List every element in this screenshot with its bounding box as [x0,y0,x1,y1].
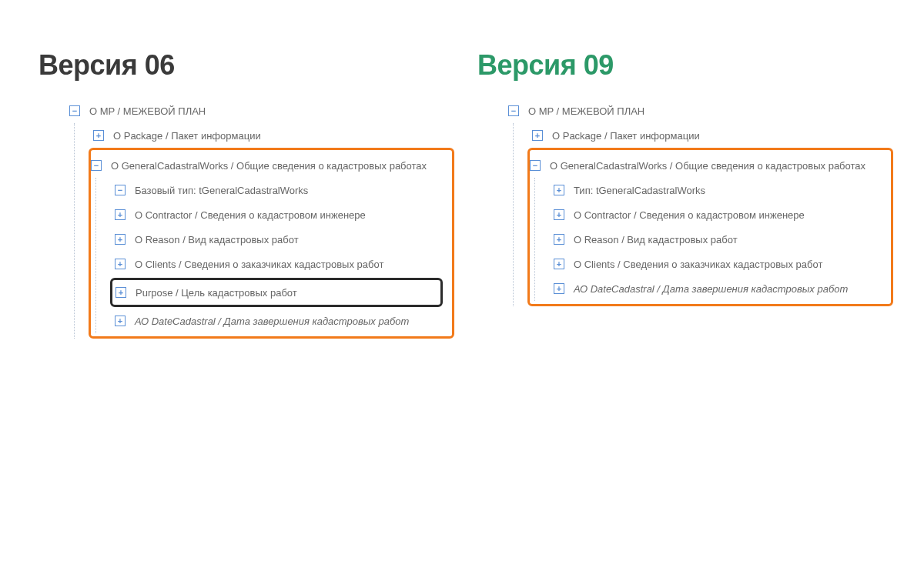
columns: Версия 06 − О MP / МЕЖЕВОЙ ПЛАН + О Pack… [38,49,886,339]
expand-icon[interactable]: + [532,130,543,141]
tree-node-reason[interactable]: + О Reason / Вид кадастровых работ [115,227,447,252]
tree-node-type[interactable]: − Базовый тип: tGeneralCadastralWorks [115,178,447,202]
expand-icon[interactable]: + [93,130,104,141]
expand-icon[interactable]: + [554,209,564,220]
collapse-icon[interactable]: − [69,105,80,116]
comparison-page: Версия 06 − О MP / МЕЖЕВОЙ ПЛАН + О Pack… [0,0,924,561]
tree-label: О Clients / Сведения о заказчиках кадаст… [574,259,822,270]
gcw-children: + Тип: tGeneralCadastralWorks + О Contra… [534,178,886,301]
tree-node-type[interactable]: + Тип: tGeneralCadastralWorks [554,178,886,202]
tree-node-contractor[interactable]: + О Contractor / Сведения о кадастровом … [554,202,886,227]
highlight-orange-right: − О GeneralCadastralWorks / Общие сведен… [527,148,893,306]
collapse-icon[interactable]: − [530,160,541,171]
tree-label: АО DateCadastral / Дата завершения кадас… [135,316,409,327]
tree-label: О Package / Пакет информации [113,130,261,142]
expand-icon[interactable]: + [115,316,126,326]
tree-label: О MP / МЕЖЕВОЙ ПЛАН [89,105,206,117]
collapse-icon[interactable]: − [115,185,126,195]
tree-label: О MP / МЕЖЕВОЙ ПЛАН [528,105,644,117]
root-children: + О Package / Пакет информации − О Gener… [74,123,454,339]
expand-icon[interactable]: + [554,259,564,269]
tree-node-gcw[interactable]: − О GeneralCadastralWorks / Общие сведен… [530,153,886,178]
tree-label: Тип: tGeneralCadastralWorks [574,185,705,196]
expand-icon[interactable]: + [115,209,126,220]
tree-left: − О MP / МЕЖЕВОЙ ПЛАН + О Package / Паке… [38,99,454,339]
heading-right: Версия 09 [477,49,893,82]
expand-icon[interactable]: + [115,259,126,269]
tree-label: О Reason / Вид кадастровых работ [574,234,738,245]
tree-node-package[interactable]: + О Package / Пакет информации [532,123,893,148]
tree-label: О GeneralCadastralWorks / Общие сведения… [550,160,865,172]
root-children: + О Package / Пакет информации − О Gener… [513,123,893,306]
expand-icon[interactable]: + [116,287,126,298]
heading-left: Версия 06 [38,49,454,82]
collapse-icon[interactable]: − [91,160,102,171]
tree-label: Purpose / Цель кадастровых работ [136,287,297,299]
tree-root[interactable]: − О MP / МЕЖЕВОЙ ПЛАН [508,99,893,123]
tree-label: О Package / Пакет информации [552,130,700,142]
tree-label: АО DateCadastral / Дата завершения кадас… [574,283,848,295]
tree-root[interactable]: − О MP / МЕЖЕВОЙ ПЛАН [69,99,454,123]
column-right: Версия 09 − О MP / МЕЖЕВОЙ ПЛАН + О Pack… [477,49,893,339]
tree-right: − О MP / МЕЖЕВОЙ ПЛАН + О Package / Паке… [477,99,893,306]
expand-icon[interactable]: + [554,283,564,294]
expand-icon[interactable]: + [115,234,126,245]
collapse-icon[interactable]: − [508,105,519,116]
tree-label: О Contractor / Сведения о кадастровом ин… [574,209,805,221]
tree-node-clients[interactable]: + О Clients / Сведения о заказчиках када… [115,252,447,276]
expand-icon[interactable]: + [554,185,564,195]
tree-node-date[interactable]: + АО DateCadastral / Дата завершения кад… [554,276,886,301]
tree-node-clients[interactable]: + О Clients / Сведения о заказчиках када… [554,252,886,276]
highlight-black-purpose: + Purpose / Цель кадастровых работ [110,278,443,307]
expand-icon[interactable]: + [554,234,564,245]
tree-label: Базовый тип: tGeneralCadastralWorks [135,185,308,196]
tree-node-date[interactable]: + АО DateCadastral / Дата завершения кад… [115,309,447,333]
tree-label: О GeneralCadastralWorks / Общие сведения… [111,160,427,172]
tree-node-contractor[interactable]: + О Contractor / Сведения о кадастровом … [115,202,447,227]
gcw-children: − Базовый тип: tGeneralCadastralWorks + … [95,178,447,333]
tree-node-package[interactable]: + О Package / Пакет информации [93,123,454,148]
tree-label: О Reason / Вид кадастровых работ [135,234,299,245]
column-left: Версия 06 − О MP / МЕЖЕВОЙ ПЛАН + О Pack… [38,49,454,339]
tree-label: О Clients / Сведения о заказчиках кадаст… [135,259,383,270]
tree-node-purpose[interactable]: + Purpose / Цель кадастровых работ [116,280,437,305]
tree-node-reason[interactable]: + О Reason / Вид кадастровых работ [554,227,886,252]
tree-node-gcw[interactable]: − О GeneralCadastralWorks / Общие сведен… [91,153,447,178]
tree-label: О Contractor / Сведения о кадастровом ин… [135,209,366,221]
highlight-orange-left: − О GeneralCadastralWorks / Общие сведен… [89,148,454,339]
